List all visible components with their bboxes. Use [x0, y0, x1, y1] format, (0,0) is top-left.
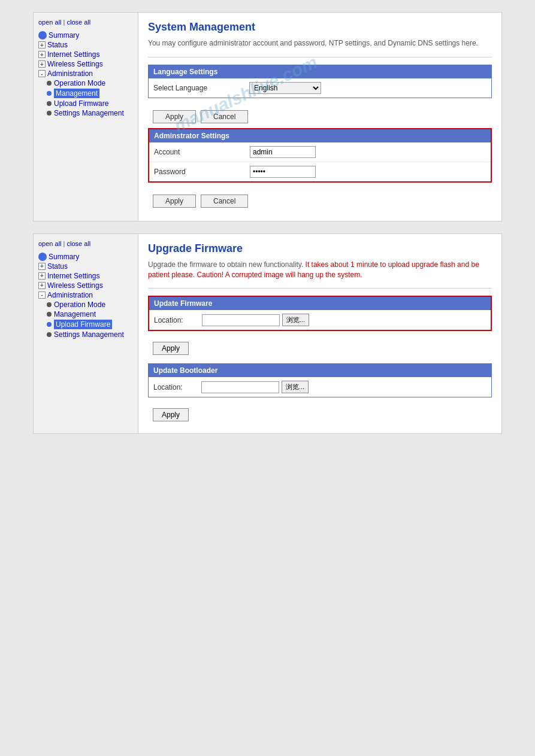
- internet-tree-icon1: +: [38, 51, 46, 58]
- language-apply-button[interactable]: Apply: [153, 110, 196, 123]
- sidebar2-links: open all | close all: [38, 240, 133, 247]
- bootloader-browse-wrapper: 浏览...: [201, 381, 309, 393]
- password-label: Password: [154, 168, 250, 176]
- settingsmgmt-link2[interactable]: Settings Management: [54, 330, 124, 339]
- page-title1: System Management: [148, 21, 492, 34]
- firmware-desc: Upgrade the firmware to obtain new funct…: [148, 260, 492, 280]
- admin-apply-button[interactable]: Apply: [153, 195, 196, 208]
- close-all-link2[interactable]: close all: [67, 240, 91, 247]
- firmware-file-input[interactable]: [202, 314, 280, 326]
- sidebar-item-wireless1[interactable]: + Wireless Settings: [38, 59, 133, 69]
- panel1: open all | close all Summary + Status + …: [33, 12, 502, 221]
- firmware-bullet2: [47, 322, 52, 327]
- language-select[interactable]: English: [249, 82, 321, 94]
- sidebar-item-opmode2[interactable]: Operation Mode: [38, 300, 133, 309]
- wireless-link1[interactable]: Wireless Settings: [47, 60, 103, 68]
- admin-section-header: Adminstrator Settings: [149, 129, 491, 142]
- sidebar-item-wireless2[interactable]: + Wireless Settings: [38, 281, 133, 290]
- panel2-wrapper: open all | close all Summary + Status + …: [0, 233, 535, 435]
- page-wrapper: open all | close all Summary + Status + …: [0, 0, 535, 756]
- sidebar-item-settingsmgmt2[interactable]: Settings Management: [38, 330, 133, 339]
- sidebar-item-settingsmgmt1[interactable]: Settings Management: [38, 108, 133, 118]
- language-cancel-button[interactable]: Cancel: [201, 110, 248, 123]
- panel1-wrapper: open all | close all Summary + Status + …: [0, 12, 535, 221]
- update-bootloader-header: Update Bootloader: [149, 364, 491, 377]
- status-link2[interactable]: Status: [47, 262, 68, 271]
- firmware-apply-button[interactable]: Apply: [153, 342, 189, 355]
- summary-icon2: [38, 253, 47, 261]
- sidebar-item-management1[interactable]: Management: [38, 88, 133, 99]
- close-all-link1[interactable]: close all: [67, 19, 91, 26]
- bootloader-file-input[interactable]: [201, 381, 279, 393]
- firmware-browse-button[interactable]: 浏览...: [282, 314, 309, 326]
- wireless-link2[interactable]: Wireless Settings: [47, 281, 103, 290]
- sidebar-item-admin1[interactable]: - Administration: [38, 69, 133, 78]
- admin-link1[interactable]: Administration: [47, 69, 93, 78]
- sidebar-item-admin2[interactable]: - Administration: [38, 290, 133, 300]
- firmware-location-row: Location: 浏览...: [149, 310, 491, 330]
- language-input-wrapper: English: [249, 82, 486, 94]
- open-all-link2[interactable]: open all: [38, 240, 62, 247]
- update-bootloader-section: Update Bootloader Location: 浏览...: [148, 363, 492, 397]
- page-title2: Upgrade Firmware: [148, 242, 492, 255]
- firmware-location-label: Location:: [154, 316, 202, 324]
- admin-tree-icon1: -: [38, 70, 46, 77]
- settingsmgmt-bullet1: [47, 111, 52, 116]
- sidebar1: open all | close all Summary + Status + …: [34, 13, 138, 221]
- language-section: Language Settings Select Language Englis…: [148, 65, 492, 98]
- password-input[interactable]: [250, 166, 316, 178]
- bootloader-location-row: Location: 浏览...: [149, 377, 491, 397]
- admin-link2[interactable]: Administration: [47, 291, 93, 299]
- sidebar-item-status1[interactable]: + Status: [38, 40, 133, 50]
- sidebar-item-internet2[interactable]: + Internet Settings: [38, 271, 133, 281]
- internet-link2[interactable]: Internet Settings: [47, 272, 99, 280]
- firmware-browse-wrapper: 浏览...: [202, 314, 309, 326]
- admin-section: Adminstrator Settings Account Password: [148, 128, 492, 183]
- internet-link1[interactable]: Internet Settings: [47, 50, 99, 59]
- sidebar-item-management2[interactable]: Management: [38, 309, 133, 319]
- status-link1[interactable]: Status: [47, 41, 68, 49]
- admin-tree-icon2: -: [38, 292, 46, 299]
- divider1: [148, 57, 492, 57]
- summary-icon1: [38, 31, 47, 40]
- settingsmgmt-bullet2: [47, 332, 52, 337]
- settingsmgmt-link1[interactable]: Settings Management: [54, 109, 124, 117]
- main-content1: System Management You may configure admi…: [138, 13, 501, 221]
- sidebar-item-firmware1[interactable]: Upload Firmware: [38, 99, 133, 108]
- account-label: Account: [154, 148, 250, 156]
- account-input[interactable]: [250, 146, 316, 158]
- sidebar-item-summary1[interactable]: Summary: [38, 31, 133, 40]
- open-all-link1[interactable]: open all: [38, 19, 62, 26]
- status-tree-icon2: +: [38, 263, 46, 270]
- password-row: Password: [149, 162, 491, 181]
- sidebar-item-internet1[interactable]: + Internet Settings: [38, 50, 133, 59]
- management-link1[interactable]: Management: [54, 89, 99, 98]
- opmode-bullet2: [47, 302, 52, 307]
- sidebar-item-firmware2[interactable]: Upload Firmware: [38, 319, 133, 330]
- opmode-link1[interactable]: Operation Mode: [54, 79, 105, 87]
- divider2: [148, 288, 492, 289]
- bootloader-location-label: Location:: [153, 383, 201, 391]
- page-desc1: You may configure administrator account …: [148, 38, 492, 48]
- bootloader-apply-button[interactable]: Apply: [153, 408, 189, 421]
- sidebar-item-status2[interactable]: + Status: [38, 262, 133, 271]
- summary-link1[interactable]: Summary: [49, 31, 79, 40]
- summary-link2[interactable]: Summary: [49, 253, 79, 261]
- management-bullet2: [47, 312, 52, 317]
- main-content2: Upgrade Firmware Upgrade the firmware to…: [138, 234, 501, 434]
- update-firmware-header: Update Firmware: [149, 297, 491, 310]
- firmware-link1[interactable]: Upload Firmware: [54, 99, 108, 108]
- firmware-link2[interactable]: Upload Firmware: [54, 320, 112, 329]
- admin-button-row: Apply Cancel: [148, 190, 492, 212]
- management-link2[interactable]: Management: [54, 310, 96, 318]
- status-tree-icon1: +: [38, 41, 46, 48]
- wireless-tree-icon1: +: [38, 60, 46, 68]
- admin-cancel-button[interactable]: Cancel: [201, 195, 248, 208]
- password-input-wrapper: [250, 166, 486, 178]
- opmode-link2[interactable]: Operation Mode: [54, 300, 105, 309]
- sidebar-item-summary2[interactable]: Summary: [38, 252, 133, 262]
- sidebar-item-opmode1[interactable]: Operation Mode: [38, 78, 133, 88]
- wireless-tree-icon2: +: [38, 282, 46, 289]
- bootloader-browse-button[interactable]: 浏览...: [282, 381, 309, 393]
- firmware-desc-normal: Upgrade the firmware to obtain new funct…: [148, 260, 306, 269]
